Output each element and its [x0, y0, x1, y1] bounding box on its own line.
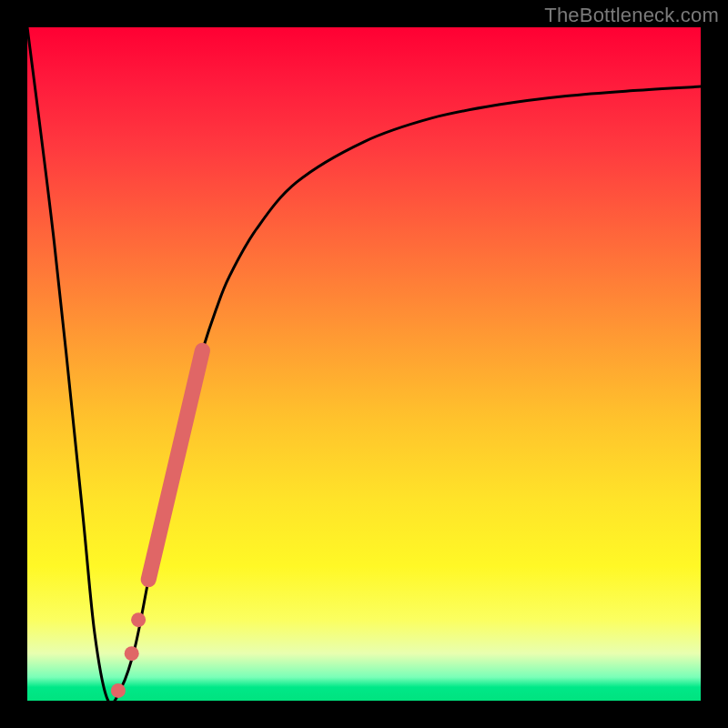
bottleneck-curve: [27, 27, 701, 701]
chart-frame: TheBottleneck.com: [0, 0, 728, 728]
series-dot: [131, 612, 146, 627]
series-highlight-segment: [148, 350, 202, 580]
curve-layer: [27, 27, 701, 701]
plot-area: [27, 27, 701, 701]
series-dot: [111, 683, 126, 698]
watermark-text: TheBottleneck.com: [544, 4, 719, 27]
series-dot: [125, 646, 139, 661]
